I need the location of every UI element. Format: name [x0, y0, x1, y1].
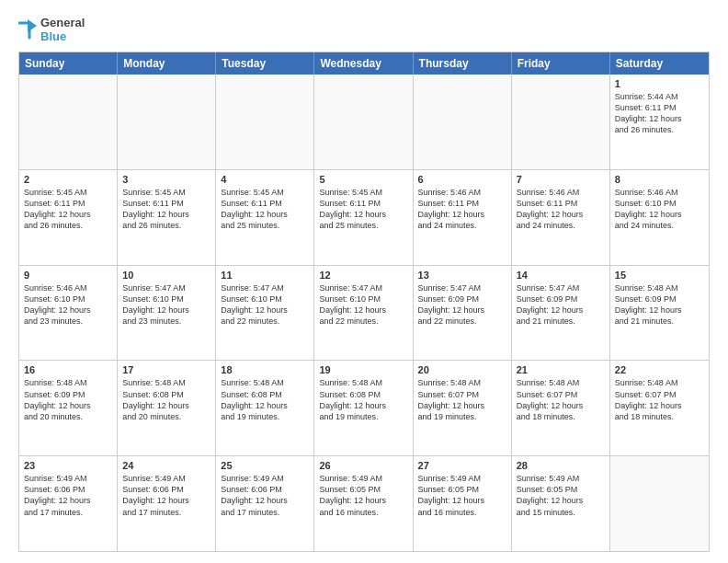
calendar-cell: 19Sunrise: 5:48 AM Sunset: 6:08 PM Dayli…	[314, 361, 413, 455]
day-number: 21	[517, 364, 605, 375]
day-info: Sunrise: 5:46 AM Sunset: 6:11 PM Dayligh…	[517, 187, 605, 232]
calendar-cell: 8Sunrise: 5:46 AM Sunset: 6:10 PM Daylig…	[610, 170, 709, 265]
day-number: 15	[615, 270, 704, 281]
day-info: Sunrise: 5:48 AM Sunset: 6:09 PM Dayligh…	[615, 282, 704, 327]
day-info: Sunrise: 5:45 AM Sunset: 6:11 PM Dayligh…	[24, 187, 112, 232]
calendar-page: General Blue SundayMondayTuesdayWednesda…	[0, 0, 728, 563]
day-number: 6	[418, 174, 506, 185]
day-number: 20	[418, 364, 506, 375]
day-number: 1	[615, 78, 704, 89]
calendar-cell: 28Sunrise: 5:49 AM Sunset: 6:05 PM Dayli…	[512, 456, 610, 551]
day-info: Sunrise: 5:49 AM Sunset: 6:05 PM Dayligh…	[517, 473, 605, 518]
day-number: 22	[615, 364, 704, 375]
calendar-cell: 10Sunrise: 5:47 AM Sunset: 6:10 PM Dayli…	[118, 266, 216, 361]
header-day-friday: Friday	[512, 52, 610, 75]
day-info: Sunrise: 5:45 AM Sunset: 6:11 PM Dayligh…	[122, 187, 210, 232]
calendar-cell: 11Sunrise: 5:47 AM Sunset: 6:10 PM Dayli…	[216, 266, 314, 361]
calendar-cell: 21Sunrise: 5:48 AM Sunset: 6:07 PM Dayli…	[512, 361, 610, 455]
day-info: Sunrise: 5:48 AM Sunset: 6:09 PM Dayligh…	[24, 377, 112, 422]
calendar-week-3: 9Sunrise: 5:46 AM Sunset: 6:10 PM Daylig…	[19, 266, 709, 362]
calendar-cell: 24Sunrise: 5:49 AM Sunset: 6:06 PM Dayli…	[118, 456, 216, 551]
day-info: Sunrise: 5:48 AM Sunset: 6:07 PM Dayligh…	[418, 377, 506, 422]
day-info: Sunrise: 5:48 AM Sunset: 6:08 PM Dayligh…	[319, 377, 407, 422]
calendar-cell: 6Sunrise: 5:46 AM Sunset: 6:11 PM Daylig…	[414, 170, 512, 265]
header-day-monday: Monday	[118, 52, 216, 75]
day-number: 10	[122, 270, 210, 281]
day-info: Sunrise: 5:47 AM Sunset: 6:09 PM Dayligh…	[418, 282, 506, 327]
day-number: 27	[418, 460, 506, 471]
calendar-cell: 2Sunrise: 5:45 AM Sunset: 6:11 PM Daylig…	[19, 170, 118, 265]
day-info: Sunrise: 5:47 AM Sunset: 6:10 PM Dayligh…	[319, 282, 407, 327]
calendar-cell: 13Sunrise: 5:47 AM Sunset: 6:09 PM Dayli…	[414, 266, 512, 361]
day-info: Sunrise: 5:46 AM Sunset: 6:10 PM Dayligh…	[24, 282, 112, 327]
day-info: Sunrise: 5:48 AM Sunset: 6:08 PM Dayligh…	[221, 377, 309, 422]
calendar-cell: 22Sunrise: 5:48 AM Sunset: 6:07 PM Dayli…	[610, 361, 709, 455]
calendar-header-row: SundayMondayTuesdayWednesdayThursdayFrid…	[19, 52, 709, 75]
day-info: Sunrise: 5:49 AM Sunset: 6:06 PM Dayligh…	[24, 473, 112, 518]
logo-icon	[18, 17, 39, 43]
calendar-week-2: 2Sunrise: 5:45 AM Sunset: 6:11 PM Daylig…	[19, 170, 709, 266]
logo-words: General Blue	[40, 17, 85, 44]
calendar-cell: 4Sunrise: 5:45 AM Sunset: 6:11 PM Daylig…	[216, 170, 314, 265]
logo-blue-text: Blue	[40, 30, 85, 44]
day-info: Sunrise: 5:47 AM Sunset: 6:09 PM Dayligh…	[517, 282, 605, 327]
calendar-cell: 23Sunrise: 5:49 AM Sunset: 6:06 PM Dayli…	[19, 456, 118, 551]
svg-marker-1	[28, 19, 37, 32]
calendar-week-1: 1Sunrise: 5:44 AM Sunset: 6:11 PM Daylig…	[19, 75, 709, 170]
day-number: 2	[24, 174, 112, 185]
day-number: 14	[517, 270, 605, 281]
calendar-cell: 26Sunrise: 5:49 AM Sunset: 6:05 PM Dayli…	[314, 456, 413, 551]
day-number: 8	[615, 174, 704, 185]
day-number: 13	[418, 270, 506, 281]
day-number: 5	[319, 174, 407, 185]
day-number: 4	[221, 174, 309, 185]
day-info: Sunrise: 5:48 AM Sunset: 6:07 PM Dayligh…	[517, 377, 605, 422]
header-day-wednesday: Wednesday	[314, 52, 413, 75]
calendar-cell: 7Sunrise: 5:46 AM Sunset: 6:11 PM Daylig…	[512, 170, 610, 265]
calendar-week-5: 23Sunrise: 5:49 AM Sunset: 6:06 PM Dayli…	[19, 456, 709, 551]
header-day-tuesday: Tuesday	[216, 52, 314, 75]
calendar-cell	[118, 75, 216, 169]
day-info: Sunrise: 5:48 AM Sunset: 6:08 PM Dayligh…	[122, 377, 210, 422]
day-info: Sunrise: 5:46 AM Sunset: 6:10 PM Dayligh…	[615, 187, 704, 232]
day-number: 3	[122, 174, 210, 185]
day-info: Sunrise: 5:47 AM Sunset: 6:10 PM Dayligh…	[122, 282, 210, 327]
calendar-cell: 1Sunrise: 5:44 AM Sunset: 6:11 PM Daylig…	[610, 75, 709, 169]
day-number: 19	[319, 364, 407, 375]
header-day-sunday: Sunday	[19, 52, 118, 75]
calendar: SundayMondayTuesdayWednesdayThursdayFrid…	[18, 52, 710, 552]
calendar-cell	[216, 75, 314, 169]
calendar-cell: 5Sunrise: 5:45 AM Sunset: 6:11 PM Daylig…	[314, 170, 413, 265]
calendar-cell: 27Sunrise: 5:49 AM Sunset: 6:05 PM Dayli…	[414, 456, 512, 551]
day-info: Sunrise: 5:49 AM Sunset: 6:05 PM Dayligh…	[319, 473, 407, 518]
header-day-saturday: Saturday	[610, 52, 709, 75]
calendar-cell: 16Sunrise: 5:48 AM Sunset: 6:09 PM Dayli…	[19, 361, 118, 455]
day-number: 17	[122, 364, 210, 375]
day-info: Sunrise: 5:49 AM Sunset: 6:06 PM Dayligh…	[122, 473, 210, 518]
calendar-cell	[414, 75, 512, 169]
logo-container: General Blue	[18, 17, 85, 44]
day-info: Sunrise: 5:49 AM Sunset: 6:05 PM Dayligh…	[418, 473, 506, 518]
day-number: 25	[221, 460, 309, 471]
day-number: 12	[319, 270, 407, 281]
calendar-cell: 9Sunrise: 5:46 AM Sunset: 6:10 PM Daylig…	[19, 266, 118, 361]
calendar-cell: 17Sunrise: 5:48 AM Sunset: 6:08 PM Dayli…	[118, 361, 216, 455]
calendar-cell	[512, 75, 610, 169]
day-number: 28	[517, 460, 605, 471]
calendar-cell: 20Sunrise: 5:48 AM Sunset: 6:07 PM Dayli…	[414, 361, 512, 455]
day-info: Sunrise: 5:47 AM Sunset: 6:10 PM Dayligh…	[221, 282, 309, 327]
logo-general-text: General	[40, 17, 85, 30]
calendar-cell	[610, 456, 709, 551]
calendar-cell: 14Sunrise: 5:47 AM Sunset: 6:09 PM Dayli…	[512, 266, 610, 361]
day-number: 16	[24, 364, 112, 375]
day-number: 26	[319, 460, 407, 471]
calendar-cell	[19, 75, 118, 169]
header-day-thursday: Thursday	[414, 52, 512, 75]
calendar-cell: 12Sunrise: 5:47 AM Sunset: 6:10 PM Dayli…	[314, 266, 413, 361]
calendar-cell	[314, 75, 413, 169]
calendar-cell: 25Sunrise: 5:49 AM Sunset: 6:06 PM Dayli…	[216, 456, 314, 551]
day-number: 9	[24, 270, 112, 281]
calendar-cell: 15Sunrise: 5:48 AM Sunset: 6:09 PM Dayli…	[610, 266, 709, 361]
day-number: 18	[221, 364, 309, 375]
header: General Blue	[18, 17, 710, 44]
